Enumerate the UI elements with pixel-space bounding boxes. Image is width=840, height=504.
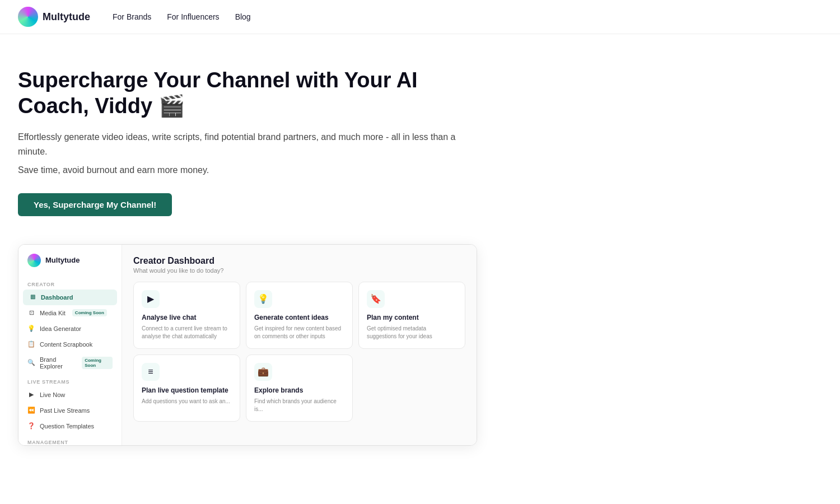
card-desc-live-question: Add questions you want to ask an... <box>142 398 232 405</box>
sidebar-item-past-live[interactable]: ⏪ Past Live Streams <box>18 403 122 418</box>
card-title-analyse: Analyse live chat <box>142 314 232 321</box>
nav-item-blog: Blog <box>235 12 251 22</box>
hero-title: Supercharge Your Channel with Your AI Co… <box>18 68 486 119</box>
dashboard-sidebar: Multytude CREATOR ⊞ Dashboard ⊡ Media Ki… <box>18 245 122 445</box>
analyse-chat-icon: ▶ <box>142 290 160 308</box>
coming-soon-badge: Coming Soon <box>72 309 107 316</box>
dashboard-logo-icon <box>27 254 41 267</box>
card-empty <box>358 354 465 422</box>
idea-generator-icon: 💡 <box>27 325 35 333</box>
sidebar-item-idea-generator[interactable]: 💡 Idea Generator <box>18 321 122 337</box>
explore-brands-icon: 💼 <box>254 363 272 381</box>
sidebar-label-past-live: Past Live Streams <box>40 407 90 414</box>
card-title-explore-brands: Explore brands <box>254 386 344 394</box>
nav-link-influencers[interactable]: For Influencers <box>167 12 219 21</box>
card-title-plan: Plan my content <box>367 314 457 321</box>
sidebar-label-dashboard: Dashboard <box>41 294 73 301</box>
dashboard-main-subtitle: What would you like to do today? <box>133 267 465 274</box>
logo-icon <box>18 7 38 27</box>
nav-item-influencers: For Influencers <box>167 12 219 22</box>
nav-link-brands[interactable]: For Brands <box>113 12 151 21</box>
card-explore-brands[interactable]: 💼 Explore brands Find which brands your … <box>246 354 353 422</box>
card-plan-live-question[interactable]: ≡ Plan live question template Add questi… <box>133 354 240 422</box>
coming-soon-badge-2: Coming Soon <box>82 357 113 369</box>
navbar: Multytude For Brands For Influencers Blo… <box>0 0 840 34</box>
dashboard-logo-row: Multytude <box>18 254 122 276</box>
card-desc-analyse: Connect to a current live stream to anal… <box>142 325 232 340</box>
sidebar-item-dashboard[interactable]: ⊞ Dashboard <box>23 290 117 305</box>
dashboard-header: Creator Dashboard What would you like to… <box>133 256 465 274</box>
dashboard-main: Creator Dashboard What would you like to… <box>122 245 477 445</box>
dashboard-icon: ⊞ <box>29 293 36 301</box>
sidebar-item-question-templates[interactable]: ❓ Question Templates <box>18 418 122 434</box>
card-title-generate: Generate content ideas <box>254 314 344 321</box>
sidebar-label-idea-generator: Idea Generator <box>40 325 81 332</box>
sidebar-item-live-now[interactable]: ▶ Live Now <box>18 387 122 403</box>
dashboard-preview: Multytude CREATOR ⊞ Dashboard ⊡ Media Ki… <box>18 244 477 446</box>
card-title-live-question: Plan live question template <box>142 386 232 394</box>
hero-section: Supercharge Your Channel with Your AI Co… <box>0 34 504 233</box>
nav-link-blog[interactable]: Blog <box>235 12 251 21</box>
sidebar-section-live: LIVE STREAMS <box>18 374 122 387</box>
sidebar-label-question-templates: Question Templates <box>40 423 94 430</box>
plan-live-icon: ≡ <box>142 363 160 381</box>
sidebar-item-brand-explorer[interactable]: 🔍 Brand Explorer Coming Soon <box>18 352 122 374</box>
sidebar-label-media-kit: Media Kit <box>40 310 66 316</box>
card-generate-content[interactable]: 💡 Generate content ideas Get inspired fo… <box>246 282 353 349</box>
cards-bottom-row: ≡ Plan live question template Add questi… <box>133 354 465 422</box>
media-kit-icon: ⊡ <box>27 309 35 317</box>
sidebar-item-content-scrapbook[interactable]: 📋 Content Scrapbook <box>18 337 122 352</box>
cta-button[interactable]: Yes, Supercharge My Channel! <box>18 193 172 216</box>
hero-description: Effortlessly generate video ideas, write… <box>18 130 486 158</box>
plan-content-icon: 🔖 <box>367 290 385 308</box>
past-live-icon: ⏪ <box>27 407 35 414</box>
sidebar-item-media-kit[interactable]: ⊡ Media Kit Coming Soon <box>18 305 122 321</box>
sidebar-section-management: MANAGEMENT <box>18 434 122 446</box>
question-templates-icon: ❓ <box>27 422 35 430</box>
live-now-icon: ▶ <box>27 391 35 399</box>
sidebar-section-creator: CREATOR <box>18 276 122 290</box>
sidebar-label-content-scrapbook: Content Scrapbook <box>40 341 92 348</box>
card-analyse-live-chat[interactable]: ▶ Analyse live chat Connect to a current… <box>133 282 240 349</box>
card-desc-generate: Get inspired for new content based on co… <box>254 325 344 340</box>
generate-content-icon: 💡 <box>254 290 272 308</box>
logo-text: Multytude <box>43 11 90 23</box>
cards-top-row: ▶ Analyse live chat Connect to a current… <box>133 282 465 349</box>
nav-links: For Brands For Influencers Blog <box>113 12 251 22</box>
dashboard-main-title: Creator Dashboard <box>133 256 465 266</box>
hero-sub-description: Save time, avoid burnout and earn more m… <box>18 163 486 178</box>
card-desc-explore-brands: Find which brands your audience is... <box>254 398 344 413</box>
sidebar-label-brand-explorer: Brand Explorer <box>40 356 75 370</box>
card-plan-content[interactable]: 🔖 Plan my content Get optimised metadata… <box>358 282 465 349</box>
logo-link[interactable]: Multytude <box>18 7 90 27</box>
card-desc-plan: Get optimised metadata suggestions for y… <box>367 325 457 340</box>
dashboard-logo-text: Multytude <box>45 256 80 264</box>
content-scrapbook-icon: 📋 <box>27 340 35 348</box>
brand-explorer-icon: 🔍 <box>27 359 35 367</box>
nav-item-brands: For Brands <box>113 12 151 22</box>
sidebar-label-live-now: Live Now <box>40 391 65 398</box>
